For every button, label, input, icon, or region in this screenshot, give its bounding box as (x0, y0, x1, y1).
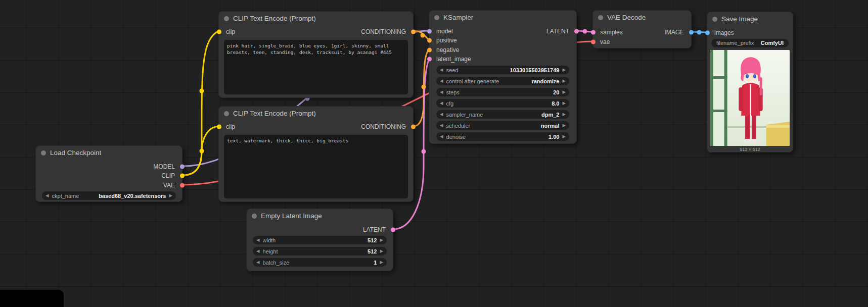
clip-input-port[interactable] (217, 29, 221, 34)
latent-output-port[interactable] (391, 227, 395, 232)
latent-image-input-port[interactable] (427, 57, 432, 62)
decrement-arrow-icon[interactable]: ◀ (256, 260, 260, 265)
collapse-dot-icon[interactable] (224, 111, 229, 116)
widget-label: cfg (446, 100, 454, 107)
steps-widget[interactable]: ◀ steps 20 ▶ (436, 88, 569, 96)
samples-input-port[interactable] (591, 30, 596, 34)
wire-clip-to-positive[interactable] (182, 31, 219, 175)
vae-input-port[interactable] (591, 39, 596, 44)
prompt-textarea[interactable]: text, watermark, thick, thicc, big_breas… (224, 135, 408, 198)
collapse-dot-icon[interactable] (224, 16, 229, 21)
clip-input-port[interactable] (217, 124, 221, 129)
increment-arrow-icon[interactable]: ▶ (562, 134, 566, 139)
node-save-image[interactable]: Save Image images filename_prefix ComfyU… (707, 12, 793, 152)
node-header[interactable]: Load Checkpoint (36, 146, 182, 160)
images-input-port[interactable] (705, 31, 710, 35)
negative-input-port[interactable] (427, 47, 432, 52)
collapse-dot-icon[interactable] (434, 15, 439, 20)
decrement-arrow-icon[interactable]: ◀ (440, 101, 443, 106)
link-midpoint-dot[interactable] (200, 89, 204, 93)
latent-output-port[interactable] (574, 29, 579, 33)
sampler-name-widget[interactable]: ◀ sampler_name dpm_2 ▶ (436, 110, 569, 119)
node-header[interactable]: KSampler (429, 11, 576, 24)
wire-negative-conditioning[interactable] (414, 49, 429, 126)
widget-value: normal (541, 123, 560, 129)
node-header[interactable]: VAE Decode (593, 11, 691, 24)
widget-label: denoise (446, 134, 466, 140)
node-vae-decode[interactable]: VAE Decode samples IMAGE vae (592, 10, 692, 48)
widget-label: scheduler (446, 123, 471, 129)
decrement-arrow-icon[interactable]: ◀ (440, 90, 443, 94)
decrement-arrow-icon[interactable]: ◀ (256, 238, 260, 242)
ckpt-name-widget[interactable]: ◀ ckpt_name based68_v20.safetensors ▶ (42, 191, 176, 200)
widget-value: 512 (368, 248, 377, 254)
node-empty-latent-image[interactable]: Empty Latent Image LATENT ◀ width 512 ▶ … (246, 209, 393, 271)
node-header[interactable]: Empty Latent Image (247, 209, 393, 223)
node-header[interactable]: Save Image (707, 12, 793, 26)
decrement-arrow-icon[interactable]: ◀ (440, 112, 443, 117)
decrement-arrow-icon[interactable]: ◀ (440, 79, 443, 83)
seed-widget[interactable]: ◀ seed 1033015503951749 ▶ (436, 66, 569, 74)
decrement-arrow-icon[interactable]: ◀ (440, 134, 443, 139)
node-title: VAE Decode (607, 14, 646, 21)
node-header[interactable]: CLIP Text Encode (Prompt) (219, 12, 413, 25)
image-output-port[interactable] (689, 30, 694, 34)
width-widget[interactable]: ◀ width 512 ▶ (253, 236, 387, 244)
node-title: KSampler (443, 14, 473, 21)
decrement-arrow-icon[interactable]: ◀ (256, 249, 260, 253)
collapse-dot-icon[interactable] (41, 150, 46, 156)
widget-label: steps (446, 89, 460, 95)
decrement-arrow-icon[interactable]: ◀ (440, 68, 443, 72)
conditioning-output-port[interactable] (411, 29, 416, 34)
cfg-widget[interactable]: ◀ cfg 8.0 ▶ (436, 99, 569, 108)
graph-canvas[interactable]: Load Checkpoint MODEL CLIP VAE ◀ ckpt_na… (0, 0, 868, 307)
port-label: model (436, 28, 453, 35)
widget-value: based68_v20.safetensors (99, 193, 166, 199)
increment-arrow-icon[interactable]: ▶ (169, 193, 172, 198)
node-clip-text-encode-negative[interactable]: CLIP Text Encode (Prompt) clip CONDITION… (218, 106, 414, 202)
widget-value: dpm_2 (541, 112, 559, 118)
link-midpoint-dot[interactable] (200, 149, 204, 154)
decrement-arrow-icon[interactable]: ◀ (440, 123, 443, 128)
denoise-widget[interactable]: ◀ denoise 1.00 ▶ (436, 132, 569, 141)
link-midpoint-dot[interactable] (421, 33, 425, 38)
link-midpoint-dot[interactable] (422, 149, 426, 154)
link-midpoint-dot[interactable] (697, 30, 702, 35)
collapse-dot-icon[interactable] (712, 17, 717, 22)
batch-size-widget[interactable]: ◀ batch_size 1 ▶ (253, 258, 387, 267)
increment-arrow-icon[interactable]: ▶ (562, 90, 566, 94)
clip-output-port[interactable] (180, 174, 185, 178)
increment-arrow-icon[interactable]: ▶ (562, 112, 566, 117)
collapse-dot-icon[interactable] (598, 15, 603, 20)
collapse-dot-icon[interactable] (252, 214, 257, 219)
model-input-port[interactable] (427, 29, 432, 33)
link-midpoint-dot[interactable] (422, 85, 426, 89)
port-label: clip (226, 123, 235, 130)
increment-arrow-icon[interactable]: ▶ (562, 123, 566, 128)
increment-arrow-icon[interactable]: ▶ (562, 79, 566, 83)
height-widget[interactable]: ◀ height 512 ▶ (253, 247, 387, 255)
increment-arrow-icon[interactable]: ▶ (380, 238, 383, 242)
positive-input-port[interactable] (427, 38, 432, 43)
widget-label: sampler_name (446, 112, 483, 118)
node-load-checkpoint[interactable]: Load Checkpoint MODEL CLIP VAE ◀ ckpt_na… (35, 145, 182, 202)
filename-prefix-widget[interactable]: filename_prefix ComfyUI (711, 39, 789, 47)
node-ksampler[interactable]: KSampler model LATENT positive negative … (429, 10, 577, 144)
link-midpoint-dot[interactable] (583, 29, 587, 34)
conditioning-output-port[interactable] (411, 124, 416, 129)
increment-arrow-icon[interactable]: ▶ (562, 101, 566, 106)
control-after-generate-widget[interactable]: ◀ control after generate randomize ▶ (436, 77, 569, 85)
node-header[interactable]: CLIP Text Encode (Prompt) (219, 107, 413, 120)
decrement-arrow-icon[interactable]: ◀ (45, 193, 49, 198)
increment-arrow-icon[interactable]: ▶ (562, 68, 566, 72)
model-output-port[interactable] (180, 164, 185, 169)
scheduler-widget[interactable]: ◀ scheduler normal ▶ (436, 121, 569, 130)
widget-value: 8.0 (552, 100, 559, 107)
prompt-textarea[interactable]: pink hair, single_braid, blue eyes, 1gir… (224, 40, 408, 94)
vae-output-port[interactable] (180, 183, 185, 187)
increment-arrow-icon[interactable]: ▶ (380, 260, 383, 265)
node-clip-text-encode-positive[interactable]: CLIP Text Encode (Prompt) clip CONDITION… (218, 11, 414, 98)
port-row-positive: positive (429, 36, 576, 45)
widget-value: 512 (368, 237, 377, 243)
increment-arrow-icon[interactable]: ▶ (380, 249, 383, 253)
